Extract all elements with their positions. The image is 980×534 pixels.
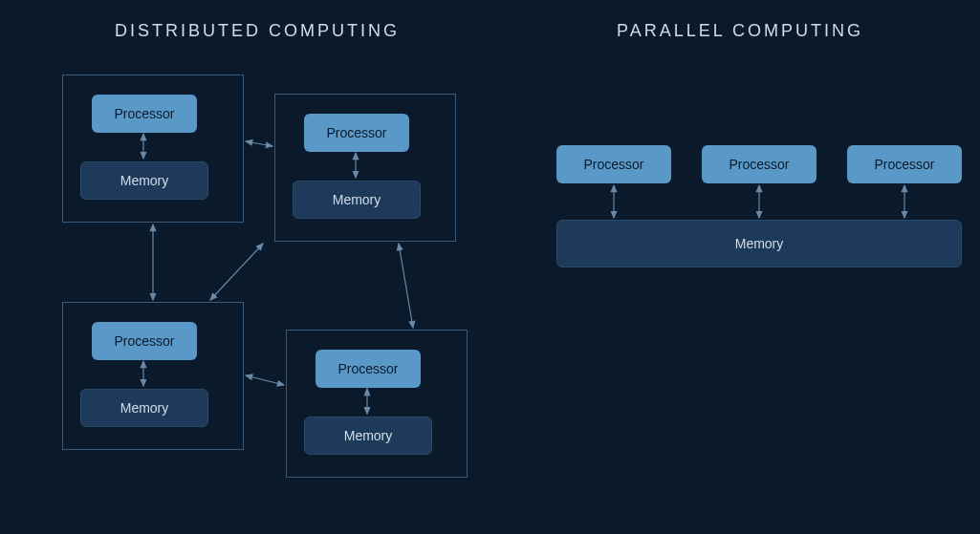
svg-line-8 <box>246 375 284 385</box>
parallel-processor-2: Processor <box>702 145 817 183</box>
memory-box: Memory <box>80 161 208 200</box>
memory-box: Memory <box>304 417 432 455</box>
distributed-node-2: Processor Memory <box>274 94 456 242</box>
processor-box: Processor <box>92 95 197 133</box>
distributed-node-4: Processor Memory <box>286 330 468 478</box>
svg-line-7 <box>399 244 413 328</box>
parallel-memory: Memory <box>556 220 962 267</box>
distributed-node-1: Processor Memory <box>62 75 244 223</box>
processor-box: Processor <box>316 350 421 388</box>
svg-line-6 <box>210 244 263 300</box>
processor-box: Processor <box>92 322 197 360</box>
parallel-title: PARALLEL COMPUTING <box>617 21 863 41</box>
distributed-node-3: Processor Memory <box>62 302 244 450</box>
processor-box: Processor <box>304 114 409 152</box>
memory-box: Memory <box>80 389 208 427</box>
distributed-title: DISTRIBUTED COMPUTING <box>115 21 400 41</box>
parallel-processor-1: Processor <box>556 145 671 183</box>
memory-box: Memory <box>293 181 421 219</box>
parallel-processor-3: Processor <box>847 145 962 183</box>
svg-line-4 <box>246 141 272 146</box>
